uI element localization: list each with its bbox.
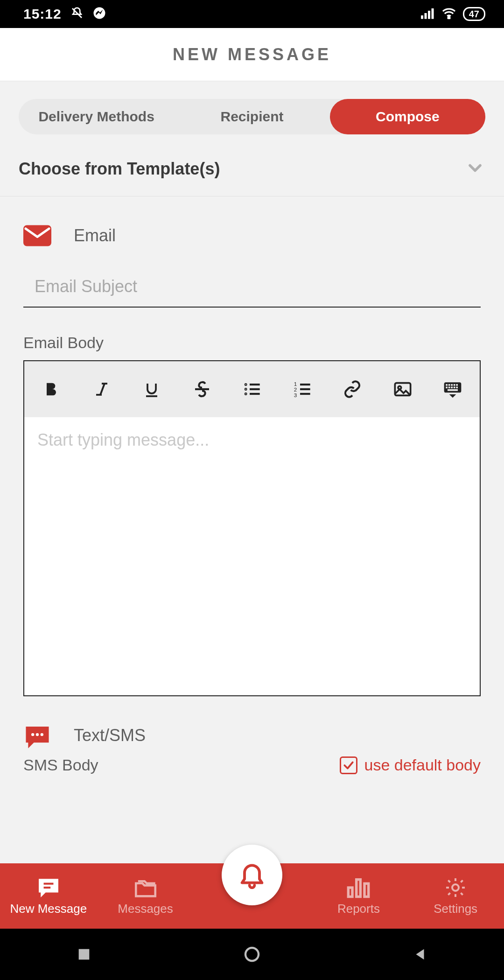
nav-new-message-label: New Message <box>10 902 87 916</box>
email-section-header: Email <box>0 196 504 261</box>
nav-messages-label: Messages <box>118 902 173 916</box>
svg-point-49 <box>245 948 259 961</box>
wifi-icon <box>441 7 456 21</box>
choose-template-label: Choose from Template(s) <box>19 159 220 179</box>
nav-reports[interactable]: Reports <box>310 876 407 916</box>
italic-button[interactable] <box>88 375 116 403</box>
image-button[interactable] <box>389 375 417 403</box>
gear-icon <box>442 876 469 899</box>
svg-marker-50 <box>416 949 424 960</box>
keyboard-button[interactable] <box>439 375 467 403</box>
svg-rect-45 <box>357 879 361 896</box>
sms-label: Text/SMS <box>74 726 146 745</box>
underline-button[interactable] <box>138 375 166 403</box>
svg-line-7 <box>100 384 105 395</box>
editor-toolbar: 123 <box>24 361 480 417</box>
strikethrough-button[interactable] <box>188 375 216 403</box>
svg-point-13 <box>245 389 246 390</box>
svg-rect-2 <box>424 13 427 19</box>
nav-settings[interactable]: Settings <box>407 876 504 916</box>
email-subject-input[interactable] <box>23 270 481 308</box>
email-body-label: Email Body <box>0 308 504 360</box>
reports-icon <box>345 876 371 899</box>
mute-icon <box>70 6 84 22</box>
svg-rect-44 <box>349 888 353 897</box>
svg-rect-34 <box>451 387 453 389</box>
signal-icon <box>421 7 435 21</box>
link-button[interactable] <box>338 375 366 403</box>
bold-button[interactable] <box>37 375 65 403</box>
email-label: Email <box>74 226 116 245</box>
notifications-fab[interactable] <box>222 845 282 905</box>
svg-rect-35 <box>454 387 455 389</box>
sms-body-label: SMS Body <box>23 756 98 774</box>
svg-point-12 <box>245 384 246 385</box>
tab-delivery-methods[interactable]: Delivery Methods <box>19 99 174 134</box>
svg-rect-29 <box>451 384 453 386</box>
svg-point-39 <box>31 733 34 736</box>
nav-new-message[interactable]: New Message <box>0 876 97 916</box>
svg-text:3: 3 <box>294 392 296 398</box>
new-message-icon <box>35 876 62 899</box>
svg-point-47 <box>452 884 459 891</box>
svg-point-40 <box>36 733 39 736</box>
svg-point-14 <box>245 393 246 394</box>
status-time: 15:12 <box>23 6 62 22</box>
svg-rect-46 <box>364 883 369 896</box>
svg-rect-3 <box>428 11 430 19</box>
messenger-icon <box>92 6 106 22</box>
android-nav-bar <box>0 929 504 980</box>
android-recents-button[interactable] <box>72 943 96 966</box>
svg-rect-30 <box>454 384 455 386</box>
svg-rect-32 <box>446 387 448 389</box>
sms-icon <box>23 724 51 747</box>
svg-marker-38 <box>449 394 456 398</box>
android-home-button[interactable] <box>240 943 264 966</box>
email-body-textarea[interactable]: Start typing message... <box>24 417 480 695</box>
choose-template-row[interactable]: Choose from Template(s) <box>0 148 504 196</box>
tab-recipient[interactable]: Recipient <box>174 99 329 134</box>
svg-rect-36 <box>456 387 458 389</box>
svg-rect-28 <box>448 384 450 386</box>
app-header: NEW MESSAGE <box>0 28 504 81</box>
nav-reports-label: Reports <box>337 902 380 916</box>
use-default-body-label: use default body <box>364 756 481 774</box>
svg-rect-48 <box>79 949 90 960</box>
nav-settings-label: Settings <box>434 902 477 916</box>
numbered-list-button[interactable]: 123 <box>288 375 316 403</box>
svg-rect-33 <box>448 387 450 389</box>
page-title: NEW MESSAGE <box>173 45 331 64</box>
svg-rect-27 <box>446 384 448 386</box>
svg-rect-1 <box>421 15 423 19</box>
checkbox-icon <box>340 756 357 774</box>
svg-rect-31 <box>456 384 458 386</box>
tab-compose[interactable]: Compose <box>330 99 485 134</box>
bottom-nav: New Message Messages Reports Settings <box>0 863 504 929</box>
use-default-body-checkbox[interactable]: use default body <box>340 756 481 774</box>
svg-rect-4 <box>431 8 434 19</box>
nav-messages[interactable]: Messages <box>97 876 194 916</box>
chevron-down-icon <box>465 158 485 180</box>
svg-point-41 <box>41 733 43 736</box>
android-back-button[interactable] <box>408 943 432 966</box>
sms-section-header: Text/SMS <box>0 696 504 756</box>
folder-icon <box>133 876 159 899</box>
svg-rect-37 <box>448 389 458 391</box>
email-body-editor: 123 Start typing message... <box>23 360 481 696</box>
status-bar: 15:12 47 <box>0 0 504 28</box>
battery-indicator: 47 <box>463 7 485 21</box>
step-tabs: Delivery Methods Recipient Compose <box>19 99 485 134</box>
bullet-list-button[interactable] <box>238 375 266 403</box>
email-icon <box>23 224 51 247</box>
bell-icon <box>237 859 267 891</box>
svg-point-5 <box>448 17 450 19</box>
